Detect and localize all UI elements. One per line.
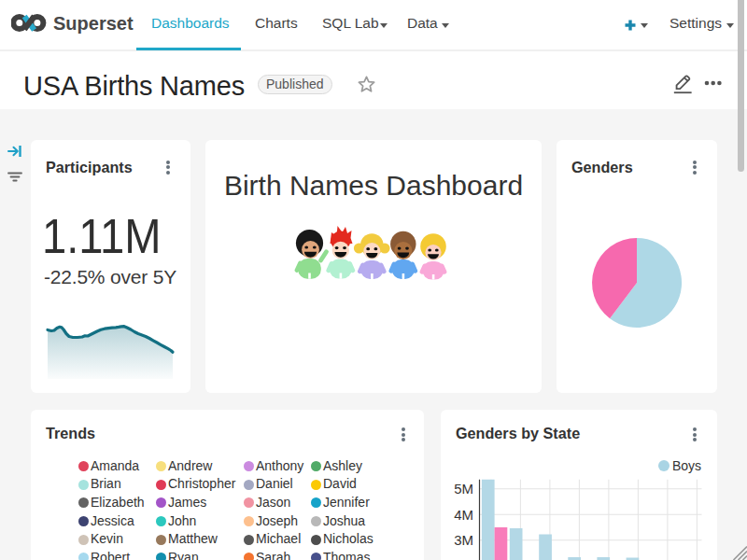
svg-text:5M: 5M bbox=[454, 481, 473, 497]
svg-text:3M: 3M bbox=[454, 532, 473, 548]
svg-text:4M: 4M bbox=[454, 507, 473, 523]
svg-text:Boys: Boys bbox=[672, 458, 701, 473]
